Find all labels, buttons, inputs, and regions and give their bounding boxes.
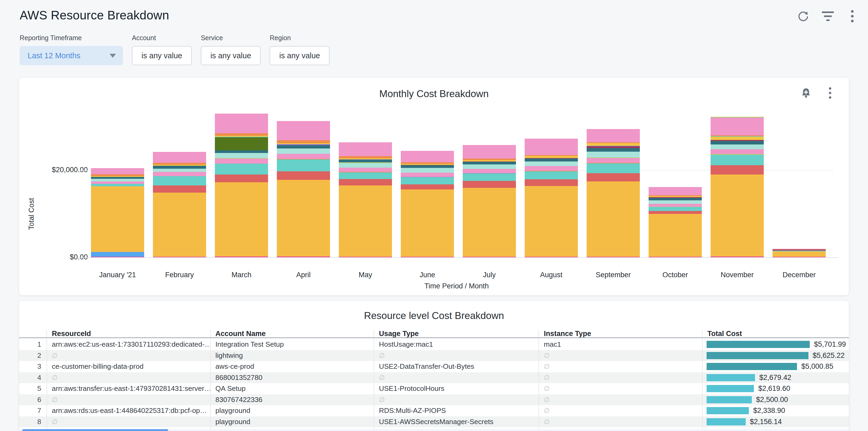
bar-segment-pink[interactable]: [91, 168, 144, 174]
bar-segment-orange[interactable]: [339, 156, 392, 158]
horizontal-scrollbar-thumb[interactable]: [22, 429, 168, 431]
bar-segment-orange[interactable]: [215, 133, 268, 136]
bar-segment-pink[interactable]: [401, 151, 454, 162]
bar-April[interactable]: [277, 121, 330, 257]
bar-segment-pink[interactable]: [91, 181, 144, 184]
bar-segment-magenta[interactable]: [711, 256, 764, 257]
bar-segment-pink[interactable]: [711, 118, 764, 135]
bar-segment-teal[interactable]: [525, 159, 578, 161]
bar-segment-amber[interactable]: [91, 186, 144, 252]
bar-segment-yellow[interactable]: [525, 156, 578, 158]
table-row[interactable]: 8∅playgroundUSE1-AWSSecretsManager-Secre…: [19, 417, 849, 428]
horizontal-scrollbar-track[interactable]: [19, 429, 849, 431]
bar-January '21[interactable]: [91, 168, 144, 257]
bar-September[interactable]: [587, 129, 640, 257]
bar-segment-teal[interactable]: [463, 162, 516, 164]
bar-segment-magenta[interactable]: [587, 257, 640, 257]
bar-segment-amber[interactable]: [277, 180, 330, 257]
bar-segment-amber[interactable]: [215, 182, 268, 256]
timeframe-select[interactable]: Last 12 Months: [20, 46, 123, 65]
bar-segment-teal[interactable]: [277, 145, 330, 148]
bar-segment-teal[interactable]: [153, 166, 206, 169]
bar-segment-red[interactable]: [215, 175, 268, 183]
bar-May[interactable]: [339, 142, 392, 257]
filter-icon[interactable]: [822, 10, 834, 22]
bar-segment-orange[interactable]: [153, 163, 206, 165]
bar-segment-turquoise[interactable]: [277, 159, 330, 171]
bar-segment-amber[interactable]: [773, 251, 826, 257]
refresh-icon[interactable]: [797, 10, 809, 22]
bar-segment-pink[interactable]: [215, 159, 268, 164]
bar-segment-red[interactable]: [525, 179, 578, 186]
bar-segment-teal[interactable]: [401, 165, 454, 168]
bar-segment-teal[interactable]: [649, 198, 702, 200]
table-row[interactable]: 5arn:aws:transfer:us-east-1:479370281431…: [19, 383, 849, 394]
bar-segment-pink[interactable]: [339, 142, 392, 156]
bar-segment-olive[interactable]: [215, 137, 268, 150]
bar-segment-lightcyan[interactable]: [525, 161, 578, 166]
bar-segment-lightcyan[interactable]: [463, 164, 516, 169]
bar-segment-yellow[interactable]: [587, 143, 640, 146]
bar-segment-magenta[interactable]: [277, 256, 330, 257]
bar-segment-lightcyan[interactable]: [215, 153, 268, 158]
bar-segment-turquoise[interactable]: [91, 184, 144, 186]
table-row[interactable]: 2∅lightwing∅∅$5,625.22: [19, 350, 849, 361]
column-header-total-cost[interactable]: Total Cost: [702, 330, 849, 337]
bar-segment-red[interactable]: [649, 211, 702, 214]
bar-segment-lightcyan[interactable]: [91, 179, 144, 181]
service-filter-button[interactable]: is any value: [201, 46, 260, 65]
bar-segment-amber[interactable]: [339, 185, 392, 256]
bar-segment-turquoise[interactable]: [463, 174, 516, 181]
bar-segment-blue[interactable]: [91, 252, 144, 257]
bar-segment-red[interactable]: [153, 185, 206, 193]
table-row[interactable]: 4∅868001352780∅∅$2,679.42: [19, 372, 849, 383]
bar-segment-lightcyan[interactable]: [587, 152, 640, 157]
table-row[interactable]: 6∅830767422336∅∅$2,500.00: [19, 394, 849, 405]
bar-segment-pink[interactable]: [153, 152, 206, 163]
bar-segment-amber[interactable]: [649, 214, 702, 257]
column-header-instance-type[interactable]: Instance Type: [538, 330, 702, 337]
bar-segment-turquoise[interactable]: [339, 173, 392, 179]
bar-October[interactable]: [649, 187, 702, 257]
bar-segment-pink[interactable]: [587, 158, 640, 163]
bar-segment-turquoise[interactable]: [401, 177, 454, 184]
bar-segment-pink[interactable]: [277, 154, 330, 159]
bar-segment-red[interactable]: [463, 181, 516, 188]
bar-segment-pink[interactable]: [463, 169, 516, 173]
bar-segment-magenta[interactable]: [649, 257, 702, 257]
bar-segment-turquoise[interactable]: [649, 207, 702, 211]
bar-March[interactable]: [215, 114, 268, 257]
bar-August[interactable]: [525, 138, 578, 257]
bar-segment-red[interactable]: [339, 179, 392, 186]
region-filter-button[interactable]: is any value: [270, 46, 330, 65]
bar-segment-lightcyan[interactable]: [649, 200, 702, 204]
bar-segment-amber[interactable]: [587, 181, 640, 256]
bar-segment-magenta[interactable]: [91, 257, 144, 257]
bar-segment-turquoise[interactable]: [587, 163, 640, 174]
bar-segment-maroon[interactable]: [587, 146, 640, 148]
bar-segment-turquoise[interactable]: [153, 176, 206, 185]
bar-segment-magenta[interactable]: [339, 257, 392, 257]
bar-segment-lightcyan[interactable]: [339, 163, 392, 167]
bar-segment-orange[interactable]: [277, 140, 330, 143]
bar-February[interactable]: [153, 152, 206, 257]
bar-segment-magenta[interactable]: [401, 257, 454, 257]
bar-segment-magenta[interactable]: [153, 257, 206, 257]
bar-segment-teal[interactable]: [587, 148, 640, 152]
column-header-account-name[interactable]: Account Name: [210, 330, 374, 337]
bar-segment-teal[interactable]: [215, 150, 268, 153]
bar-segment-amber[interactable]: [463, 188, 516, 257]
column-header-resourceid[interactable]: ResourceId: [46, 330, 210, 337]
bar-segment-teal[interactable]: [339, 160, 392, 162]
table-row[interactable]: 3ce-customer-billing-data-prodaws-ce-pro…: [19, 361, 849, 372]
bar-July[interactable]: [463, 145, 516, 257]
bar-segment-pink[interactable]: [463, 145, 516, 159]
bar-segment-pink[interactable]: [277, 121, 330, 140]
kebab-menu-icon[interactable]: [846, 10, 859, 22]
bar-segment-teal[interactable]: [91, 177, 144, 179]
bar-segment-red[interactable]: [277, 171, 330, 180]
bar-segment-pink[interactable]: [711, 149, 764, 154]
bar-segment-pink[interactable]: [587, 129, 640, 143]
bar-segment-turquoise[interactable]: [215, 164, 268, 175]
bar-segment-lightcyan[interactable]: [277, 149, 330, 154]
